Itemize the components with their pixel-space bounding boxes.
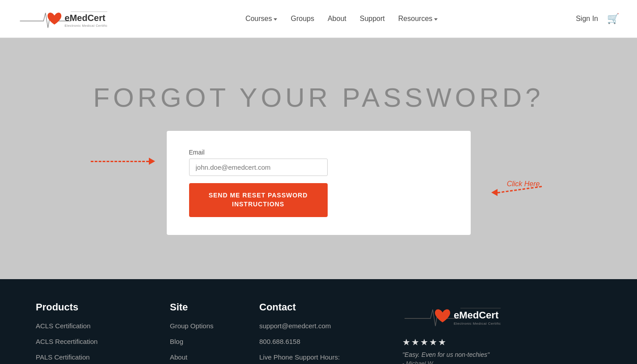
chevron-down-icon (434, 18, 438, 21)
testimonial-author: - Michael W. (402, 360, 435, 364)
footer-link-acls-cert[interactable]: ACLS Certification (36, 322, 161, 330)
footer-hours: Live Phone Support Hours: (259, 353, 384, 361)
nav-about[interactable]: About (328, 15, 346, 23)
email-label: Email (189, 149, 448, 156)
submit-button[interactable]: SEND ME RESET PASSWORD INSTRUCTIONS (189, 183, 328, 217)
sign-in-link[interactable]: Sign In (576, 15, 598, 23)
footer-logo-svg: eMedCert Electronic Medical Certificatio… (402, 301, 501, 331)
footer-site-title: Site (170, 301, 250, 313)
svg-text:Electronic Medical Certificati: Electronic Medical Certification (65, 24, 107, 28)
page-title: FORGOT YOUR PASSWORD? (93, 82, 544, 113)
arrow-left-indicator (491, 189, 542, 196)
svg-text:eMedCert: eMedCert (65, 13, 105, 23)
footer-contact: Contact support@emedcert.com 800.688.615… (259, 301, 384, 364)
header-right: Sign In 🛒 (576, 13, 619, 25)
email-input[interactable] (189, 159, 328, 176)
testimonial-text: "Easy. Even for us non-techies" (402, 351, 489, 358)
logo[interactable]: eMedCert Electronic Medical Certificatio… (18, 5, 107, 32)
footer-email[interactable]: support@emedcert.com (259, 322, 384, 330)
footer-products: Products ACLS Certification ACLS Recerti… (36, 301, 161, 364)
footer-link-about[interactable]: About (170, 353, 250, 361)
footer-logo-area: eMedCert Electronic Medical Certificatio… (393, 301, 601, 364)
chevron-down-icon (274, 18, 277, 21)
footer-site: Site Group Options Blog About (170, 301, 250, 364)
logo-svg: eMedCert Electronic Medical Certificatio… (18, 5, 107, 32)
footer-link-blog[interactable]: Blog (170, 338, 250, 345)
form-card: Email SEND ME RESET PASSWORD INSTRUCTION… (167, 131, 471, 234)
main-content: FORGOT YOUR PASSWORD? Email SEND ME RESE… (0, 38, 637, 279)
nav-groups[interactable]: Groups (291, 15, 314, 23)
svg-text:eMedCert: eMedCert (454, 310, 499, 321)
footer-phone: 800.688.6158 (259, 338, 384, 345)
site-footer: Products ACLS Certification ACLS Recerti… (0, 279, 637, 364)
main-nav: Courses Groups About Support Resources (245, 15, 438, 23)
footer-link-acls-recert[interactable]: ACLS Recertification (36, 338, 161, 345)
footer-contact-title: Contact (259, 301, 384, 313)
nav-resources[interactable]: Resources (398, 15, 438, 23)
nav-courses[interactable]: Courses (245, 15, 278, 23)
footer-grid: Products ACLS Certification ACLS Recerti… (36, 301, 601, 364)
cart-icon[interactable]: 🛒 (607, 13, 619, 25)
svg-text:Electronic Medical Certificati: Electronic Medical Certification (454, 322, 501, 326)
arrow-right-indicator (91, 158, 155, 165)
footer-products-title: Products (36, 301, 161, 313)
stars: ★★★★★ (402, 337, 447, 347)
footer-link-pals-cert[interactable]: PALS Certification (36, 353, 161, 361)
site-header: eMedCert Electronic Medical Certificatio… (0, 0, 637, 38)
footer-link-group-options[interactable]: Group Options (170, 322, 250, 330)
nav-support[interactable]: Support (360, 15, 385, 23)
